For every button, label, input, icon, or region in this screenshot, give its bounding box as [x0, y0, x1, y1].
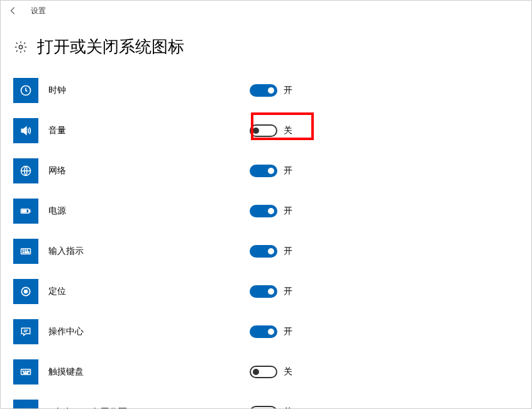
toggle-state-label: 开 — [284, 246, 292, 257]
svg-point-9 — [27, 250, 28, 251]
toggle-state-label: 关 — [284, 406, 292, 409]
setting-row-volume: 音量关 — [13, 111, 519, 151]
setting-row-ink: Windows Ink 工作区关 — [13, 392, 519, 409]
toggle-state-label: 开 — [284, 165, 292, 177]
svg-rect-5 — [22, 210, 26, 212]
toggle-touch-keyboard[interactable] — [250, 366, 277, 378]
svg-rect-11 — [25, 252, 29, 253]
svg-point-0 — [19, 45, 23, 49]
toggle-wrap: 关 — [250, 124, 292, 137]
setting-label: Windows Ink 工作区 — [48, 406, 250, 409]
setting-row-touch-keyboard: 触摸键盘关 — [13, 352, 519, 392]
toggle-volume[interactable] — [250, 124, 277, 137]
toggle-wrap: 开 — [250, 245, 292, 258]
toggle-power[interactable] — [250, 205, 277, 217]
clock-icon — [13, 78, 38, 103]
setting-label: 定位 — [48, 286, 250, 297]
setting-label: 网络 — [48, 165, 250, 177]
svg-rect-21 — [24, 373, 28, 373]
toggle-wrap: 开 — [250, 84, 292, 97]
svg-point-17 — [23, 371, 23, 372]
ink-icon — [13, 400, 38, 409]
svg-point-10 — [23, 252, 23, 253]
toggle-state-label: 开 — [284, 85, 292, 96]
toggle-action-center[interactable] — [250, 325, 277, 338]
svg-point-7 — [23, 250, 23, 251]
toggle-state-label: 关 — [284, 125, 292, 136]
setting-label: 电源 — [48, 205, 250, 217]
toggle-wrap: 开 — [250, 325, 292, 338]
back-button[interactable] — [6, 3, 21, 18]
toggle-state-label: 开 — [284, 205, 292, 217]
toggle-wrap: 开 — [250, 205, 292, 217]
toggle-ink[interactable] — [250, 406, 277, 409]
svg-point-19 — [27, 371, 28, 372]
toggle-location[interactable] — [250, 285, 277, 298]
toggle-network[interactable] — [250, 165, 277, 177]
header-title: 设置 — [31, 6, 46, 16]
toggle-state-label: 开 — [284, 326, 292, 337]
toggle-ime[interactable] — [250, 245, 277, 258]
toggle-state-label: 关 — [284, 366, 292, 378]
svg-rect-4 — [29, 210, 30, 212]
toggle-wrap: 关 — [250, 406, 292, 409]
toggle-state-label: 开 — [284, 286, 292, 297]
svg-rect-6 — [21, 249, 31, 254]
network-icon — [13, 158, 38, 183]
svg-point-8 — [25, 250, 26, 251]
svg-point-13 — [25, 290, 28, 293]
svg-point-18 — [25, 371, 26, 372]
setting-label: 音量 — [48, 125, 250, 136]
ime-icon — [13, 239, 38, 264]
power-icon — [13, 199, 38, 224]
setting-label: 操作中心 — [48, 326, 250, 337]
volume-icon — [13, 118, 38, 143]
setting-row-ime: 输入指示开 — [13, 231, 519, 271]
location-icon — [13, 279, 38, 304]
toggle-clock[interactable] — [250, 84, 277, 97]
toggle-wrap: 开 — [250, 285, 292, 298]
setting-row-power: 电源开 — [13, 191, 519, 231]
svg-point-20 — [28, 371, 29, 372]
setting-row-network: 网络开 — [13, 151, 519, 191]
setting-row-location: 定位开 — [13, 271, 519, 312]
page-title: 打开或关闭系统图标 — [37, 36, 184, 58]
setting-label: 触摸键盘 — [48, 366, 250, 378]
setting-label: 输入指示 — [48, 246, 250, 257]
setting-row-clock: 时钟开 — [13, 70, 519, 111]
setting-label: 时钟 — [48, 85, 250, 96]
toggle-wrap: 开 — [250, 165, 292, 177]
gear-icon — [13, 40, 28, 55]
touch-keyboard-icon — [13, 359, 38, 384]
setting-row-action-center: 操作中心开 — [13, 312, 519, 352]
action-center-icon — [13, 319, 38, 344]
toggle-wrap: 关 — [250, 366, 292, 378]
